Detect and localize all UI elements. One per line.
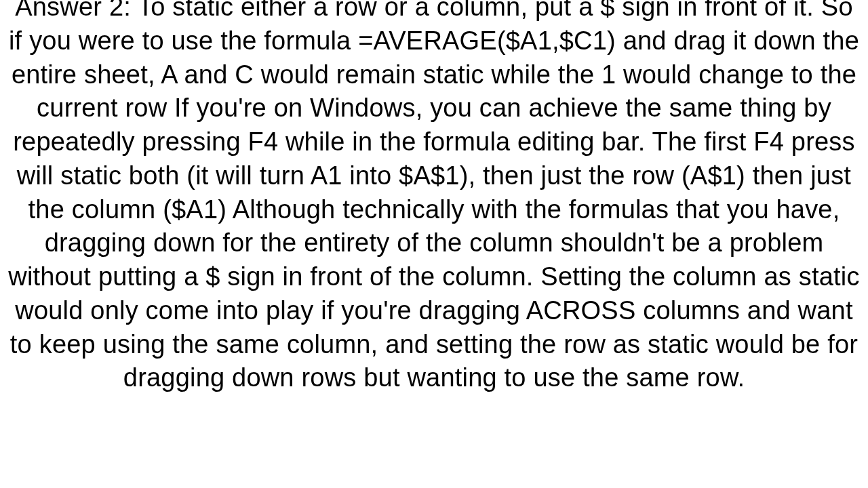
document-page: Answer 2: To static either a row or a co…	[0, 0, 868, 488]
answer-body-text: Answer 2: To static either a row or a co…	[7, 0, 861, 395]
